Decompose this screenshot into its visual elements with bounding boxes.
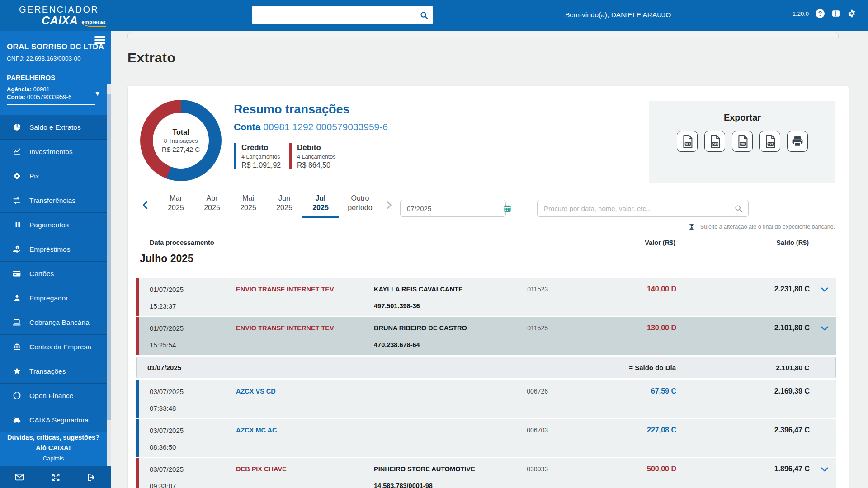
sidebar-account-header: ORAL SORRISO DC LTDA CNPJ: 22.693.163/00… [0, 31, 111, 94]
printer-icon [791, 135, 804, 148]
export-title: Exportar [649, 113, 835, 123]
sidebar-item-cartoes[interactable]: Cartões [0, 262, 107, 286]
global-search-input[interactable] [252, 11, 420, 19]
next-months-chevron-icon[interactable] [384, 200, 394, 212]
transaction-time: 09:33:07 [150, 482, 176, 488]
gear-icon[interactable] [847, 9, 856, 18]
sidebar-item-emprestimos[interactable]: $Empréstimos [0, 237, 107, 262]
divider [7, 104, 95, 105]
previous-months-chevron-icon[interactable] [141, 200, 151, 212]
sidebar-item-transacoes[interactable]: Transações [0, 359, 107, 384]
scrolled-card-edge [127, 32, 839, 38]
transaction-date: 01/07/2025 [150, 286, 184, 293]
transactions-donut-chart: Total 8 Transações R$ 227,42 C [140, 100, 222, 181]
tab-jul-2025[interactable]: Jul2025 [302, 193, 339, 218]
help-icon[interactable]: ? [816, 9, 825, 18]
period-date-input[interactable] [401, 205, 503, 212]
transaction-description: AZCX VS CD [236, 388, 276, 395]
sidebar-item-label: Investimentos [29, 148, 73, 156]
transaction-row[interactable]: 03/07/2025 08:36:50 AZCX MC AC 006703 22… [136, 419, 836, 457]
sidebar-item-pagamentos[interactable]: Pagamentos [0, 213, 107, 237]
transaction-reference: 011525 [521, 324, 548, 332]
scrollbar-thumb[interactable] [107, 94, 111, 420]
logout-icon[interactable] [87, 473, 96, 482]
sidebar-scrollbar[interactable] [107, 84, 111, 466]
transaction-time: 07:33:48 [150, 404, 176, 412]
file-ofx-icon: OFX [709, 135, 721, 149]
column-header-date: Data processamento [150, 239, 214, 246]
app: GERENCIADOR CAIXA empresas Bem-vindo(a),… [0, 0, 868, 488]
counterparty-name: PINHEIRO STORE AUTOMOTIVE [374, 465, 475, 473]
tab-mai-2025[interactable]: Mai2025 [230, 193, 266, 218]
hourglass-icon [689, 224, 695, 230]
donut-total-count: 8 Transações [164, 138, 198, 144]
counterparty-name: BRUNA RIBEIRO DE CASTRO [374, 324, 467, 332]
donut-total-value: R$ 227,42 C [162, 145, 200, 153]
chevron-down-icon[interactable] [820, 324, 830, 335]
transaction-row[interactable]: 01/07/2025 15:23:37 ENVIO TRANSF INTERNE… [136, 278, 836, 316]
sidebar: ORAL SORRISO DC LTDA CNPJ: 22.693.163/00… [0, 31, 111, 488]
sidebar-item-empregador[interactable]: Empregador [0, 286, 107, 310]
file-xls-icon: XLS [681, 135, 693, 149]
account-selector-caret-icon[interactable]: ▼ [94, 89, 101, 97]
star-icon [12, 367, 22, 375]
transaction-date: 03/07/2025 [150, 465, 184, 473]
day-balance-label: = Saldo do Dia [629, 364, 676, 371]
print-button[interactable] [787, 131, 808, 152]
agency-account-info: Agência: 00981 Conta: 000579033959-6 [7, 85, 71, 101]
file-xml-icon: XML [736, 135, 749, 149]
sidebar-item-label: Empregador [29, 294, 68, 302]
company-name: ORAL SORRISO DC LTDA [7, 42, 104, 52]
summary-account: Conta 00981 1292 000579033959-6 [234, 122, 388, 132]
calendar-icon[interactable] [503, 204, 512, 213]
sidebar-item-label: Saldo e Extratos [29, 123, 81, 131]
logo-line2: CAIXA [42, 14, 78, 27]
transaction-date: 03/07/2025 [150, 427, 184, 434]
transaction-row[interactable]: 01/07/2025 15:25:54 ENVIO TRANSF INTERNE… [136, 317, 836, 355]
transaction-search-field [537, 200, 749, 217]
transfer-arrows-icon [12, 196, 22, 205]
transaction-balance: 1.896,47 C [774, 465, 810, 473]
sidebar-item-contas-da-empresa[interactable]: Contas da Empresa [0, 335, 107, 359]
sidebar-item-label: Pix [29, 172, 39, 180]
transaction-time: 15:23:37 [150, 302, 176, 310]
export-ofx-button[interactable]: OFX [704, 131, 725, 152]
sidebar-item-open-finance[interactable]: Open Finance [0, 384, 107, 408]
day-balance-value: 2.101,80 C [776, 364, 809, 371]
page-title: Extrato [127, 50, 175, 66]
tab-outro-periodo[interactable]: Outroperíodo [339, 193, 382, 218]
sidebar-item-saldo-e-extratos[interactable]: Saldo e Extratos [0, 115, 107, 140]
credit-card-icon [12, 269, 22, 278]
transaction-row[interactable]: 03/07/2025 09:33:07 DEB PIX CHAVE PINHEI… [136, 458, 836, 488]
export-txt-button[interactable]: TXT [760, 131, 780, 152]
chevron-down-icon[interactable] [820, 285, 830, 296]
transaction-value: 227,08 C [647, 426, 676, 434]
svg-text:OFX: OFX [712, 143, 718, 145]
export-xls-button[interactable]: XLS [677, 131, 698, 152]
tab-mar-2025[interactable]: Mar2025 [158, 193, 194, 218]
transaction-row[interactable]: 03/07/2025 07:33:48 AZCX VS CD 006726 67… [136, 380, 836, 418]
expand-icon[interactable] [51, 473, 61, 482]
pending-note: - Sujeito a alteração até o final do exp… [689, 224, 835, 230]
transaction-search-input[interactable] [538, 205, 734, 212]
branch-name: PARELHEIROS [7, 74, 55, 81]
open-finance-icon [12, 391, 22, 400]
search-icon[interactable] [734, 204, 743, 213]
tab-abr-2025[interactable]: Abr2025 [194, 193, 230, 218]
transaction-value: 130,00 D [647, 324, 676, 332]
export-xml-button[interactable]: XML [732, 131, 753, 152]
mail-icon[interactable] [14, 472, 24, 482]
sidebar-item-investimentos[interactable]: Investimentos [0, 140, 107, 164]
tab-jun-2025[interactable]: Jun2025 [266, 193, 302, 218]
sidebar-item-transferencias[interactable]: Transferências [0, 188, 107, 213]
transaction-value: 140,00 D [647, 285, 676, 293]
search-icon[interactable] [420, 11, 429, 20]
svg-text:XML: XML [740, 143, 746, 145]
sidebar-item-caixa-seguradora[interactable]: CAIXA Seguradora [0, 408, 107, 432]
sidebar-item-cobranca-bancaria[interactable]: Cobrança Bancária [0, 310, 107, 335]
transaction-reference: 011523 [521, 286, 548, 293]
sidebar-item-pix[interactable]: Pix [0, 164, 107, 188]
transaction-value: 67,59 C [651, 387, 676, 395]
panel-layout-icon[interactable] [831, 9, 840, 18]
chevron-down-icon[interactable] [820, 465, 830, 476]
